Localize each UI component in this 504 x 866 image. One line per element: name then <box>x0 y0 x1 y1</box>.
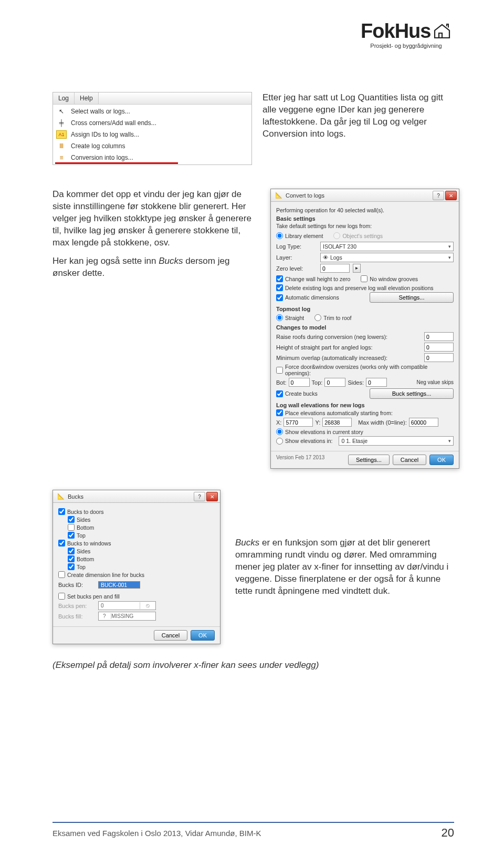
bucks-id-label: Bucks ID: <box>58 582 95 588</box>
fill-label: Bucks fill: <box>58 613 95 620</box>
cb-doors-sides[interactable] <box>68 516 75 523</box>
cb-pen-fill[interactable] <box>58 593 65 600</box>
menu-item-conversion[interactable]: ≡ Conversion into logs... <box>53 152 251 163</box>
radio-library[interactable] <box>276 232 283 239</box>
zero-label: Zero level: <box>276 265 317 272</box>
overlap-input[interactable] <box>424 353 454 362</box>
menu-item-label: Create log columns <box>71 142 125 150</box>
bucks-id-input[interactable]: BUCK-001 <box>98 581 140 589</box>
cb-top-label: Top <box>77 532 86 539</box>
menu-item-cross[interactable]: ╪ Cross corners/Add wall ends... <box>53 117 251 129</box>
operation-text: Performing operation for 40 selected wal… <box>276 207 454 213</box>
cb-force[interactable] <box>276 367 283 374</box>
radio-straight[interactable] <box>276 314 283 321</box>
menu-item-columns[interactable]: Ⅲ Create log columns <box>53 140 251 152</box>
sides-input[interactable] <box>366 378 387 387</box>
logo-main: FokHus <box>361 20 452 43</box>
y-label: Y: <box>315 419 320 426</box>
cb-doors-top[interactable] <box>68 532 75 539</box>
close-button[interactable]: ✕ <box>206 492 218 501</box>
menu-header: Log Help <box>53 92 251 105</box>
cb-pen-label: Set bucks pen and fill <box>67 593 120 600</box>
bot-input[interactable] <box>289 378 310 387</box>
layer-dropdown[interactable]: 👁 Logs <box>320 253 454 262</box>
height-label: Height of straight part for angled logs: <box>276 344 421 350</box>
menu-item-label: Select walls or logs... <box>71 108 130 115</box>
menu-item-label: Assign IDs to log walls... <box>71 131 139 138</box>
story-dropdown[interactable]: 0 1. Etasje <box>339 436 454 446</box>
radio-object <box>333 232 340 239</box>
fill-input: ? MISSING <box>98 612 156 621</box>
menu-item-label: Cross corners/Add wall ends... <box>71 119 156 127</box>
ok-button[interactable]: OK <box>429 455 454 465</box>
help-button[interactable]: ? <box>433 191 444 200</box>
cb-windows-label: Bucks to windows <box>67 540 111 547</box>
raise-input[interactable] <box>424 332 454 341</box>
maxw-input[interactable] <box>409 418 438 427</box>
cb-win-sides[interactable] <box>68 548 75 554</box>
radio-show-in[interactable] <box>276 438 283 445</box>
radio-current-story[interactable] <box>276 428 283 435</box>
settings-button[interactable]: Settings... <box>348 455 390 465</box>
cb-change-height[interactable] <box>276 275 283 282</box>
top-input[interactable] <box>324 378 345 387</box>
overlap-label: Minimum overlap (automatically increased… <box>276 355 421 361</box>
height-input[interactable] <box>424 343 454 352</box>
cb-win-bottom[interactable] <box>68 555 75 562</box>
version-text: Version Feb 17 2013 <box>276 455 324 465</box>
cb-no-grooves[interactable] <box>361 275 368 282</box>
app-icon: 📐 <box>275 192 282 199</box>
neg-label: Neg value skips <box>416 379 454 385</box>
cancel-button[interactable]: Cancel <box>393 455 426 465</box>
dim-settings-button[interactable]: Settings... <box>370 292 454 303</box>
cb-place-elev[interactable] <box>276 409 283 416</box>
page-number: 20 <box>442 826 454 840</box>
buck-settings-button[interactable]: Buck settings... <box>370 388 454 399</box>
cb-change-label: Change wall height to zero <box>285 276 350 282</box>
x-input[interactable] <box>284 418 313 427</box>
close-button[interactable]: ✕ <box>445 191 457 200</box>
y-input[interactable] <box>322 418 352 427</box>
log-type-dropdown[interactable]: ISOLAFT 230 <box>320 242 454 251</box>
logo-text: FokHus <box>361 20 430 42</box>
cb-win-top[interactable] <box>68 563 75 570</box>
cb-sides-label: Sides <box>77 517 90 523</box>
paragraph-3: Bucks er en funksjon som gjør at det bli… <box>235 490 459 604</box>
para1-text: Etter jeg har satt ut Log Quantities lis… <box>262 92 443 139</box>
maxw-label: Max width (0=line): <box>358 419 407 426</box>
page-footer: Eksamen ved Fagskolen i Oslo 2013, Vidar… <box>52 822 454 840</box>
radio-trim[interactable] <box>314 314 321 321</box>
logo: FokHus Prosjekt- og byggrådgivning <box>361 20 452 49</box>
sides-label: Sides: <box>348 379 364 386</box>
bucks-ok-button[interactable]: OK <box>191 630 215 641</box>
menu-tab-log[interactable]: Log <box>53 92 75 104</box>
bucks-title-bar[interactable]: 📐 Bucks ? ✕ <box>53 490 220 503</box>
cb-delete[interactable] <box>276 284 283 291</box>
cb-create-bucks[interactable] <box>276 390 283 397</box>
cursor-icon: ↖ <box>56 107 67 116</box>
a1-icon: A1 <box>56 130 67 139</box>
cb-auto[interactable] <box>276 294 283 301</box>
top-label: Top: <box>312 379 323 386</box>
menu-item-assign[interactable]: A1 Assign IDs to log walls... <box>53 129 251 140</box>
menu-item-select[interactable]: ↖ Select walls or logs... <box>53 106 251 117</box>
basic-settings-title: Basic settings <box>276 215 454 222</box>
x-label: X: <box>276 419 281 426</box>
logo-subtitle: Prosjekt- og byggrådgivning <box>361 43 452 49</box>
dialog-title-bar[interactable]: 📐 Convert to logs ? ✕ <box>271 189 459 202</box>
raise-label: Raise roofs during conversion (neg lower… <box>276 334 421 340</box>
cb-doors-bottom[interactable] <box>68 524 75 531</box>
cb-dim-line[interactable] <box>58 571 65 578</box>
zero-input[interactable] <box>320 264 350 273</box>
cb-bucks-windows[interactable] <box>58 540 65 547</box>
bucks-cancel-button[interactable]: Cancel <box>154 630 187 641</box>
cb-bucks-label: Create bucks <box>285 390 318 397</box>
zero-picker[interactable]: ▸ <box>353 264 361 273</box>
help-button[interactable]: ? <box>194 492 205 501</box>
menu-tab-help[interactable]: Help <box>75 92 99 104</box>
elev-title: Log wall elevations for new logs <box>276 402 454 408</box>
radio-object-label: Object's settings <box>342 233 383 239</box>
house-icon <box>433 23 452 39</box>
fill-value: MISSING <box>111 613 133 619</box>
cb-bucks-doors[interactable] <box>58 508 65 515</box>
